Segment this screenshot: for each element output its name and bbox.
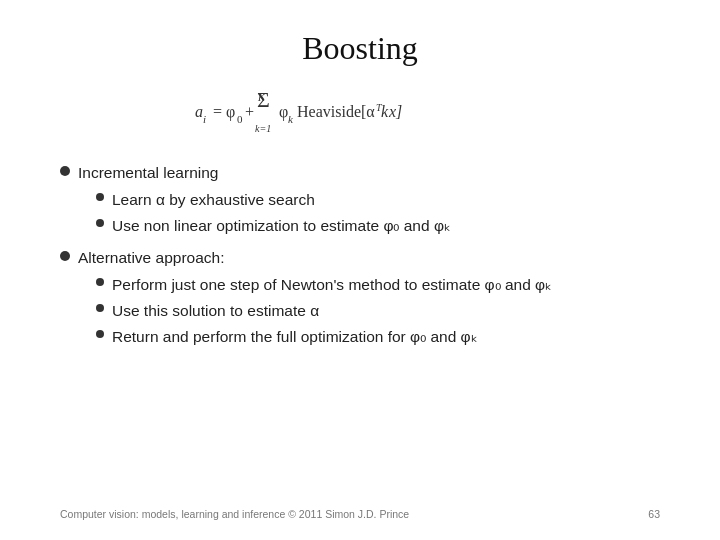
formula-svg: a i = φ 0 + Σ K k=1 φ k Heaviside[α T k … [195, 87, 525, 137]
footer-left: Computer vision: models, learning and in… [60, 508, 409, 520]
bullet-1-text: Incremental learning [78, 164, 218, 181]
bullet-2-sub-3-text: Return and perform the full optimization… [112, 325, 478, 349]
svg-text:k=1: k=1 [255, 123, 271, 134]
bullet-2-text: Alternative approach: [78, 249, 224, 266]
bullet-1-sub-1: Learn α by exhaustive search [96, 188, 451, 212]
bullet-1-sub-2: Use non linear optimization to estimate … [96, 214, 451, 238]
bullet-2-sub-2-text: Use this solution to estimate α [112, 299, 319, 323]
slide-title: Boosting [60, 30, 660, 67]
formula-area: a i = φ 0 + Σ K k=1 φ k Heaviside[α T k … [60, 85, 660, 139]
svg-text:K: K [257, 92, 266, 103]
bullet-2-sub-1-dot [96, 278, 104, 286]
bullet-2-sub-1: Perform just one step of Newton's method… [96, 273, 552, 297]
bullet-1-dot [60, 166, 70, 176]
bullet-2-sub-2: Use this solution to estimate α [96, 299, 552, 323]
bullet-1: Incremental learning Learn α by exhausti… [60, 161, 660, 240]
svg-text:+: + [245, 103, 254, 120]
bullet-2-sub-2-dot [96, 304, 104, 312]
bullet-1-sub-1-text: Learn α by exhaustive search [112, 188, 315, 212]
svg-text:φ: φ [279, 103, 288, 121]
bullet-2-dot [60, 251, 70, 261]
svg-text:k: k [381, 103, 389, 120]
footer-right: 63 [648, 508, 660, 520]
svg-text:0: 0 [237, 113, 243, 125]
svg-text:Heaviside[α: Heaviside[α [297, 103, 375, 120]
slide-footer: Computer vision: models, learning and in… [60, 502, 660, 520]
svg-text:k: k [288, 113, 294, 125]
svg-text:x]: x] [388, 103, 402, 120]
bullet-1-sub-1-dot [96, 193, 104, 201]
bullet-2-sub-1-text: Perform just one step of Newton's method… [112, 273, 552, 297]
svg-text:i: i [203, 113, 206, 125]
svg-text:a: a [195, 103, 203, 120]
bullet-2-sub-3: Return and perform the full optimization… [96, 325, 552, 349]
bullet-1-sub-2-text: Use non linear optimization to estimate … [112, 214, 451, 238]
bullet-2-sub-3-dot [96, 330, 104, 338]
content-area: Incremental learning Learn α by exhausti… [60, 161, 660, 502]
slide: Boosting a i = φ 0 + Σ K k=1 φ k Heavisi… [0, 0, 720, 540]
bullet-2: Alternative approach: Perform just one s… [60, 246, 660, 351]
svg-text:= φ: = φ [213, 103, 235, 121]
bullet-1-sub-2-dot [96, 219, 104, 227]
